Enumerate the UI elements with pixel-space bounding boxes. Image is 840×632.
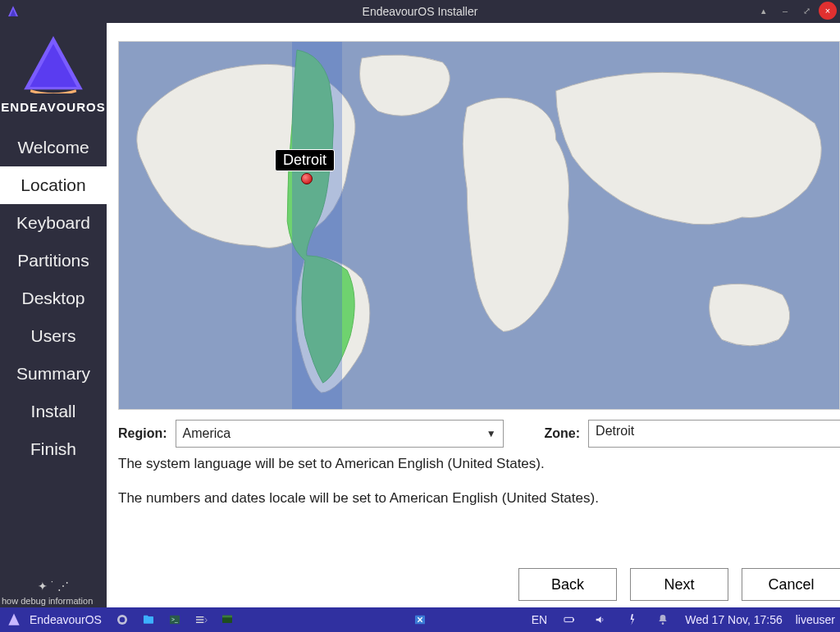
region-label: Region: — [118, 426, 167, 441]
chevron-down-icon: ▼ — [486, 428, 496, 439]
svg-rect-4 — [144, 616, 148, 618]
battery-icon[interactable] — [560, 611, 578, 629]
svg-rect-11 — [222, 616, 232, 618]
svg-rect-7 — [196, 616, 203, 617]
taskbar-terminal-icon[interactable]: >_ — [166, 611, 184, 629]
next-button[interactable]: Next — [630, 568, 728, 601]
keep-above-button[interactable]: ▴ — [755, 2, 773, 20]
sidebar-item-location[interactable]: Location — [0, 166, 107, 204]
taskbar-user[interactable]: liveuser — [796, 613, 835, 626]
taskbar-clock[interactable]: Wed 17 Nov, 17:56 — [685, 613, 783, 626]
svg-point-2 — [120, 617, 126, 623]
close-icon: × — [825, 6, 830, 16]
timezone-band — [292, 42, 342, 409]
sidebar-item-desktop[interactable]: Desktop — [0, 280, 107, 317]
keyboard-layout-indicator[interactable]: EN — [532, 613, 547, 626]
svg-rect-13 — [564, 617, 573, 621]
power-icon[interactable] — [623, 611, 641, 629]
cancel-button[interactable]: Cancel — [742, 568, 840, 601]
sidebar-item-welcome[interactable]: Welcome — [0, 129, 107, 166]
taskbar-app-label[interactable]: EndeavourOS — [30, 613, 102, 626]
taskbar[interactable]: EndeavourOS >_ EN — [0, 607, 840, 632]
sidebar-item-partitions[interactable]: Partitions — [0, 242, 107, 280]
timezone-map[interactable]: Detroit — [118, 41, 840, 410]
svg-rect-8 — [196, 619, 203, 620]
main-container: ENDEAVOUROS Welcome Location Keyboard Pa… — [0, 23, 840, 607]
region-value: America — [183, 426, 231, 441]
taskbar-running-app-icon[interactable] — [218, 611, 236, 629]
svg-point-15 — [662, 622, 664, 625]
maximize-button[interactable]: ⤢ — [797, 2, 815, 20]
titlebar: EndeavourOS Installer ▴ – ⤢ × — [0, 0, 840, 23]
sidebar-item-install[interactable]: Install — [0, 393, 107, 430]
taskbar-panel-icon[interactable] — [411, 611, 429, 629]
sidebar-item-summary[interactable]: Summary — [0, 355, 107, 393]
window-title: EndeavourOS Installer — [0, 5, 840, 18]
app-icon — [3, 2, 23, 21]
notification-icon[interactable] — [654, 611, 672, 629]
locale-line: The numbers and dates locale will be set… — [118, 490, 840, 507]
map-pin-icon[interactable] — [301, 173, 313, 184]
sidebar-item-finish[interactable]: Finish — [0, 430, 107, 468]
minimize-button[interactable]: – — [776, 2, 794, 20]
sparkle-icon: ✦ ˙ ⋰ — [0, 580, 107, 593]
debug-link[interactable]: how debug information — [0, 596, 107, 606]
brand-label: ENDEAVOUROS — [0, 100, 107, 114]
sidebar: ENDEAVOUROS Welcome Location Keyboard Pa… — [0, 23, 107, 607]
sidebar-footer[interactable]: ✦ ˙ ⋰ how debug information — [0, 573, 107, 607]
zone-label: Zone: — [545, 426, 581, 441]
language-line: The system language will be set to Ameri… — [118, 456, 840, 472]
wizard-buttons: Back Next Cancel — [518, 568, 840, 601]
region-dropdown[interactable]: America ▼ — [176, 420, 504, 448]
close-button[interactable]: × — [819, 2, 837, 20]
taskbar-firefox-icon[interactable] — [113, 611, 131, 629]
svg-text:>_: >_ — [171, 616, 178, 623]
map-pin-label: Detroit — [275, 149, 335, 171]
back-button[interactable]: Back — [518, 568, 617, 601]
map-svg — [119, 42, 839, 409]
sidebar-items: Welcome Location Keyboard Partitions Des… — [0, 129, 107, 468]
sidebar-item-keyboard[interactable]: Keyboard — [0, 204, 107, 242]
svg-rect-14 — [573, 619, 574, 621]
sidebar-item-users[interactable]: Users — [0, 317, 107, 355]
region-zone-row: Region: America ▼ Zone: Detroit — [118, 420, 840, 448]
svg-rect-9 — [196, 622, 203, 623]
volume-icon[interactable] — [591, 611, 609, 629]
zone-value: Detroit — [596, 424, 634, 438]
zone-input[interactable]: Detroit — [588, 420, 840, 448]
sidebar-logo — [0, 28, 107, 97]
content-area: Detroit Region: America ▼ Zone: Detroit … — [107, 23, 840, 607]
taskbar-menu-dropdown-icon[interactable] — [192, 611, 210, 629]
taskbar-files-icon[interactable] — [139, 611, 158, 629]
taskbar-menu-icon[interactable] — [5, 611, 23, 629]
